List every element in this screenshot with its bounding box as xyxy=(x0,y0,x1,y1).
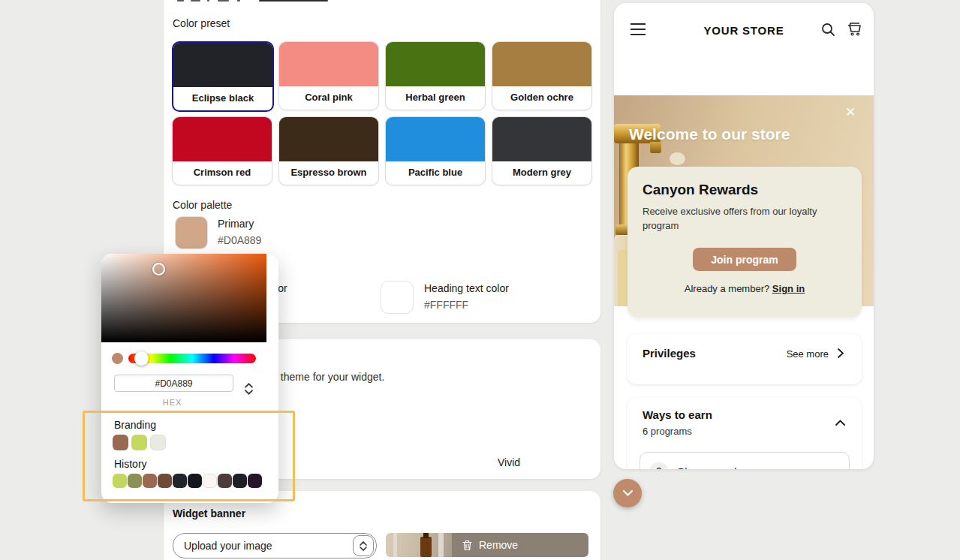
hue-slider[interactable] xyxy=(128,354,256,363)
history-label: History xyxy=(114,458,147,470)
branding-swatches xyxy=(113,435,168,450)
welcome-title: Welcome to our store xyxy=(629,125,790,143)
history-swatch[interactable] xyxy=(203,474,217,488)
upload-stepper[interactable] xyxy=(353,535,374,556)
earn-program-item[interactable]: Place an order xyxy=(639,452,850,469)
primary-color-swatch[interactable] xyxy=(175,216,208,249)
primary-color-label: Primary xyxy=(218,218,254,230)
preset-swatch xyxy=(279,117,378,161)
preset-swatch xyxy=(173,117,272,161)
preset-espresso-brown[interactable]: Espresso brown xyxy=(278,116,379,185)
history-swatch[interactable] xyxy=(233,474,247,488)
widget-banner-title: Widget banner xyxy=(173,507,245,519)
preset-label: Herbal green xyxy=(386,86,485,109)
color-preset-title: Color preset xyxy=(173,17,230,29)
chevron-right-icon[interactable] xyxy=(838,348,844,358)
color-palette-title: Color palette xyxy=(173,199,232,211)
heading-color-label: Heading text color xyxy=(424,282,509,294)
saturation-cursor[interactable] xyxy=(152,263,165,275)
banner-image-remove-button[interactable]: Remove xyxy=(386,533,588,557)
branding-swatch[interactable] xyxy=(150,435,166,450)
preset-label: Pacific blue xyxy=(386,161,485,184)
member-line: Already a member? Sign in xyxy=(627,283,862,294)
hue-slider-thumb[interactable] xyxy=(134,351,149,366)
privileges-card[interactable]: Privileges See more xyxy=(627,334,862,384)
banner-image-thumbnail xyxy=(386,533,455,557)
preset-label: Crimson red xyxy=(173,161,272,184)
privileges-title: Privileges xyxy=(643,347,696,360)
history-swatch[interactable] xyxy=(128,474,142,488)
trash-icon xyxy=(462,540,472,551)
preset-label: Golden ochre xyxy=(492,86,591,109)
rewards-card: Canyon Rewards Receive exclusive offers … xyxy=(627,167,862,318)
primary-color-hex: #D0A889 xyxy=(218,234,261,246)
history-swatch[interactable] xyxy=(188,474,202,488)
scroll-down-fab[interactable] xyxy=(613,479,642,507)
ways-title: Ways to earn xyxy=(643,408,712,421)
search-icon[interactable] xyxy=(821,23,835,37)
history-swatch[interactable] xyxy=(113,474,127,488)
chevron-down-icon xyxy=(623,490,633,496)
clipped-text-row xyxy=(174,0,354,2)
sign-in-link[interactable]: Sign in xyxy=(772,283,805,294)
color-picker-popup: HEX Branding History xyxy=(101,254,278,503)
cart-icon[interactable] xyxy=(847,23,862,37)
earn-program-label: Place an order xyxy=(678,466,746,469)
chevron-up-icon xyxy=(360,541,367,546)
preset-modern-grey[interactable]: Modern grey xyxy=(492,116,592,185)
preset-swatch xyxy=(492,42,591,86)
history-swatch[interactable] xyxy=(143,474,157,488)
rewards-title: Canyon Rewards xyxy=(643,182,758,198)
hex-input[interactable] xyxy=(114,375,233,392)
branding-label: Branding xyxy=(114,419,156,431)
heading-color-hex: #FFFFFF xyxy=(424,299,468,311)
chevron-down-icon xyxy=(360,546,367,551)
lock-icon xyxy=(649,462,669,469)
app-canvas: Color preset Eclipse black Coral pink He… xyxy=(0,0,960,560)
chevron-up-icon xyxy=(245,383,253,388)
history-swatch[interactable] xyxy=(248,474,262,488)
preset-swatch xyxy=(386,42,485,86)
history-swatch[interactable] xyxy=(158,474,172,488)
ways-to-earn-card: Ways to earn 6 programs Place an order xyxy=(627,398,862,469)
heading-color-swatch[interactable] xyxy=(381,281,414,314)
member-prompt: Already a member? xyxy=(685,283,769,294)
close-icon[interactable]: ✕ xyxy=(842,104,859,121)
preset-eclipse-black[interactable]: Eclipse black xyxy=(172,41,274,112)
preset-swatch xyxy=(173,43,272,87)
store-preview-panel: YOUR STORE Welcome to our store ✕ Canyon… xyxy=(614,3,874,469)
upload-image-label: Upload your image xyxy=(173,540,272,552)
hex-mode-label: HEX xyxy=(114,398,230,407)
preset-swatch xyxy=(279,42,378,86)
preset-swatch xyxy=(492,117,591,161)
saturation-gradient-area[interactable] xyxy=(101,254,266,342)
preset-label: Coral pink xyxy=(279,86,378,109)
upload-image-select[interactable]: Upload your image xyxy=(173,533,377,558)
preset-coral-pink[interactable]: Coral pink xyxy=(278,41,379,110)
preset-herbal-green[interactable]: Herbal green xyxy=(385,41,486,110)
history-swatch[interactable] xyxy=(218,474,232,488)
decor-cap xyxy=(670,152,685,165)
branding-swatch[interactable] xyxy=(131,435,147,450)
collapse-chevron-up-icon[interactable] xyxy=(835,420,845,426)
preset-label: Eclipse black xyxy=(173,87,272,110)
preset-label: Modern grey xyxy=(492,161,591,184)
preset-swatch xyxy=(386,117,485,161)
ways-subtitle: 6 programs xyxy=(643,426,692,437)
history-swatch[interactable] xyxy=(173,474,187,488)
preset-label: Espresso brown xyxy=(279,161,378,184)
rewards-description: Receive exclusive offers from our loyalt… xyxy=(643,204,851,233)
theme-vivid-label: Vivid xyxy=(456,456,561,468)
chevron-down-icon xyxy=(245,390,253,395)
hex-stepper[interactable] xyxy=(241,379,256,399)
see-more-link[interactable]: See more xyxy=(787,348,829,360)
preset-pacific-blue[interactable]: Pacific blue xyxy=(385,116,486,185)
remove-label: Remove xyxy=(479,539,518,551)
branding-swatch[interactable] xyxy=(113,435,128,450)
current-color-dot xyxy=(112,353,123,364)
history-swatches xyxy=(113,474,262,488)
join-program-button[interactable]: Join program xyxy=(693,248,796,271)
preset-golden-ochre[interactable]: Golden ochre xyxy=(492,41,592,110)
preset-crimson-red[interactable]: Crimson red xyxy=(172,116,272,185)
